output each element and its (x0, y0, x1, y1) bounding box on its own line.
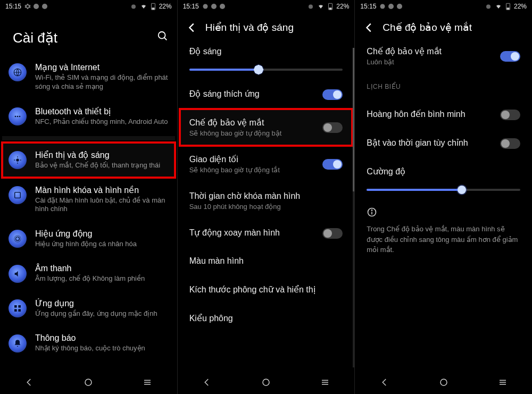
page-title: Hiển thị và độ sáng (205, 21, 294, 33)
globe-icon (9, 63, 27, 81)
eye-comfort-row[interactable]: Chế độ bảo vệ mắt Sẽ không bao giờ tự độ… (180, 109, 353, 146)
phone-eye-comfort: 15:15 22% Chế độ bảo vệ mắt Chế độ bảo v… (354, 0, 532, 394)
header: Hiển thị và độ sáng (178, 13, 355, 38)
svg-point-1 (42, 4, 47, 9)
help-icon (33, 3, 39, 10)
screen-color-row[interactable]: Màu màn hình (180, 248, 353, 276)
nav-home[interactable] (433, 372, 454, 393)
settings-item-network[interactable]: Mạng và Internet Wi-Fi, thẻ SIM và mạng … (2, 55, 175, 99)
font-size-row[interactable]: Kích thước phông chữ và hiển thị (180, 276, 353, 305)
svg-point-33 (263, 379, 269, 385)
svg-point-2 (131, 5, 136, 9)
help-icon (211, 3, 217, 10)
settings-item-notifications[interactable]: Thông báo Nhật ký thông báo, cuộc trò ch… (2, 326, 175, 361)
svg-rect-32 (329, 8, 331, 10)
eye-comfort-main-toggle[interactable] (500, 51, 520, 62)
custom-time-row[interactable]: Bật vào thời gian tùy chỉnh (357, 129, 530, 158)
custom-time-toggle[interactable] (500, 138, 520, 149)
header: Cài đặt (0, 13, 177, 55)
battery-icon (505, 3, 511, 10)
screen-timeout-row[interactable]: Thời gian chờ khóa màn hình Sau 10 phút … (180, 182, 353, 219)
svg-rect-21 (14, 309, 17, 312)
status-bar: 15:15 22% (355, 0, 532, 13)
settings-item-animation[interactable]: Hiệu ứng động Hiệu ứng hình động cá nhân… (2, 221, 175, 256)
row-title: Chế độ bảo vệ mắt (189, 118, 323, 128)
font-style-row[interactable]: Kiểu phông (180, 305, 353, 333)
chevron-left-icon (380, 378, 389, 387)
back-button[interactable] (363, 22, 375, 33)
item-title: Mạng và Internet (35, 62, 169, 72)
nav-back[interactable] (19, 372, 40, 393)
slider-thumb[interactable] (458, 186, 466, 194)
info-text: Trong Chế độ bảo vệ mắt, màu màn hình sẽ… (367, 224, 520, 255)
row-sub: Sau 10 phút không hoạt động (189, 203, 343, 211)
nav-back[interactable] (374, 372, 395, 393)
gear-icon (202, 3, 209, 10)
info-row (357, 200, 530, 224)
auto-rotate-toggle[interactable] (322, 228, 343, 239)
header: Chế độ bảo vệ mắt (355, 13, 532, 38)
nav-recent[interactable] (492, 372, 513, 393)
item-title: Thông báo (35, 333, 169, 343)
settings-item-bluetooth[interactable]: Bluetooth và thiết bị NFC, Phản chiếu th… (2, 99, 175, 134)
item-title: Hiển thị và độ sáng (35, 150, 169, 160)
dark-mode-toggle[interactable] (322, 159, 343, 170)
animation-icon (9, 230, 27, 248)
svg-point-5 (158, 31, 165, 38)
settings-item-display[interactable]: Hiển thị và độ sáng Bảo vệ mắt, Chế độ t… (2, 142, 175, 178)
auto-rotate-row[interactable]: Tự động xoay màn hình (180, 219, 353, 248)
brightness-label-row: Độ sáng (180, 38, 353, 66)
nav-recent[interactable] (137, 372, 158, 393)
phone-settings-main: 15:15 22% Cài đặt Mạng và Internet (0, 0, 177, 394)
dark-mode-row[interactable]: Giao diện tối Sẽ không bao giờ tự động t… (180, 146, 353, 182)
eye-comfort-toggle[interactable] (322, 122, 343, 133)
nav-recent[interactable] (314, 372, 336, 393)
row-title: Tự động xoay màn hình (189, 228, 323, 238)
sunset-sunrise-toggle[interactable] (500, 110, 520, 120)
intensity-slider-wrap (357, 187, 530, 200)
settings-item-sound[interactable]: Âm thanh Âm lượng, chế độ Không làm phiề… (2, 256, 175, 291)
svg-point-30 (309, 5, 313, 9)
svg-rect-4 (152, 8, 154, 10)
item-title: Ứng dụng (35, 298, 169, 308)
row-title: Màu màn hình (189, 256, 343, 266)
svg-point-17 (16, 237, 20, 241)
sunset-sunrise-row[interactable]: Hoàng hôn đến bình minh (357, 100, 530, 129)
search-icon (157, 30, 169, 42)
adaptive-brightness-row[interactable]: Độ sáng thích ứng (180, 80, 353, 109)
svg-line-6 (164, 37, 167, 40)
circle-icon (84, 378, 93, 387)
slider-fill (367, 189, 462, 191)
svg-rect-22 (18, 309, 21, 312)
nav-home[interactable] (255, 372, 277, 393)
nav-home[interactable] (78, 372, 99, 393)
back-button[interactable] (186, 22, 198, 33)
item-sub: NFC, Phản chiếu thông minh, Android Auto (35, 118, 169, 127)
svg-point-28 (211, 4, 217, 9)
help-icon (219, 3, 226, 10)
item-sub: Hiệu ứng hình động cá nhân hóa (35, 240, 169, 249)
brightness-slider[interactable] (189, 69, 343, 71)
status-battery: 22% (159, 3, 172, 10)
slider-thumb[interactable] (254, 65, 263, 74)
nav-back[interactable] (196, 372, 218, 393)
svg-rect-20 (18, 305, 21, 308)
row-title: Bật vào thời gian tùy chỉnh (367, 138, 500, 148)
svg-point-10 (19, 115, 21, 117)
settings-item-apps[interactable]: Ứng dụng Ứng dụng gần đây, ứng dụng mặc … (2, 291, 175, 326)
eye-comfort-main-row[interactable]: Chế độ bảo vệ mắt Luôn bật (357, 38, 530, 74)
help-icon (396, 3, 403, 10)
circle-icon (261, 378, 271, 387)
svg-point-23 (85, 379, 92, 385)
settings-item-lockscreen[interactable]: Màn hình khóa và hình nền Cài đặt Màn hì… (2, 178, 175, 222)
eye-comfort-list: Chế độ bảo vệ mắt Luôn bật LỊCH BIỂU Hoà… (355, 38, 532, 371)
brightness-icon (9, 151, 27, 169)
item-sub: Cài đặt Màn hình luôn bật, chủ đề và màn… (35, 196, 169, 214)
gear-icon (379, 3, 386, 10)
adaptive-brightness-toggle[interactable] (322, 89, 343, 100)
intensity-slider[interactable] (367, 189, 520, 191)
help-icon (41, 3, 48, 10)
apps-icon (9, 299, 27, 317)
search-button[interactable] (157, 30, 169, 42)
row-title: Thời gian chờ khóa màn hình (189, 191, 343, 201)
